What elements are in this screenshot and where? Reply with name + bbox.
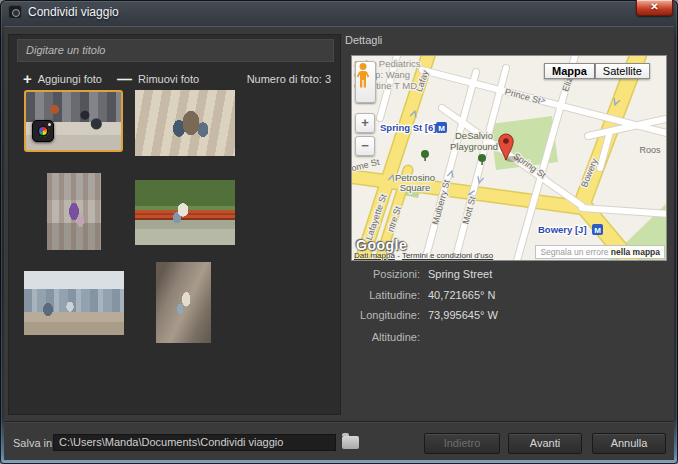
- detail-row-longitude: Longitudine:73,995645° W: [334, 309, 498, 323]
- street-label-broome: ome St: [352, 157, 381, 174]
- terms-link[interactable]: Termini e condizioni d'uso: [402, 251, 493, 260]
- close-button[interactable]: ✕: [636, 0, 673, 16]
- back-button[interactable]: Indietro: [424, 433, 500, 454]
- altitude-label: Altitudine:: [334, 331, 420, 343]
- save-in-label: Salva in:: [13, 437, 55, 449]
- plus-icon: +: [23, 69, 32, 89]
- dialog-content: Digitare un titolo + Aggiungi foto — Rim…: [4, 26, 674, 460]
- svg-text:M: M: [594, 226, 601, 235]
- zoom-out-button[interactable]: −: [355, 136, 375, 156]
- poi-desalvio-line1: DeSalvio: [455, 130, 493, 141]
- station-spring: Spring St [6] M: [380, 122, 447, 133]
- add-photo-button[interactable]: + Aggiungi foto: [23, 68, 102, 90]
- app-camera-icon: [8, 5, 22, 19]
- poi-desalvio-line2: Playground: [450, 141, 498, 152]
- remove-photo-label: Rimuovi foto: [138, 73, 199, 85]
- footer-divider: [4, 421, 674, 422]
- latitude-label: Latitudine:: [334, 289, 420, 301]
- detail-row-position: Posizioni:Spring Street: [334, 268, 492, 282]
- poi-petrosino-line2: Square: [400, 182, 431, 193]
- remove-photo-button[interactable]: — Rimuovi foto: [117, 68, 199, 90]
- minus-icon: —: [117, 69, 132, 89]
- dialog-window: Condividi viaggio ✕ Digitare un titolo +…: [0, 0, 678, 464]
- screenshot-stage: Condividi viaggio ✕ Digitare un titolo +…: [0, 0, 678, 464]
- pegman-icon: [356, 62, 370, 92]
- latitude-value: 40,721665° N: [428, 289, 495, 301]
- street-label-centre: ntre St: [385, 204, 403, 233]
- map-container[interactable]: Lafay Prince St Eliza Spring St Bowery M…: [351, 55, 667, 261]
- photo-thumbnail-2[interactable]: [135, 90, 235, 156]
- photo-thumbnail-3[interactable]: [47, 173, 101, 250]
- add-photo-label: Aggiungi foto: [38, 73, 102, 85]
- photo-count: Numero di foto: 3: [247, 73, 331, 85]
- window-title: Condividi viaggio: [28, 5, 119, 19]
- longitude-label: Longitudine:: [334, 309, 420, 321]
- position-label: Posizioni:: [334, 268, 420, 280]
- station-label-spring: Spring St [6]: [380, 122, 436, 133]
- photo-thumbnail-6[interactable]: [156, 262, 211, 343]
- detail-row-altitude: Altitudine:: [334, 331, 428, 345]
- street-label-prince: Prince St: [504, 87, 542, 106]
- map-type-satellite-button[interactable]: Satellite: [595, 63, 650, 79]
- browse-folder-icon[interactable]: [342, 436, 359, 449]
- longitude-value: 73,995645° W: [428, 309, 498, 321]
- cancel-button[interactable]: Annulla: [592, 433, 666, 454]
- map-canvas: Lafay Prince St Eliza Spring St Bowery M…: [352, 56, 666, 260]
- photo-thumbnail-5[interactable]: [24, 271, 124, 335]
- detail-row-latitude: Latitudine:40,721665° N: [334, 289, 495, 303]
- street-label-roosevelt: Roos: [639, 145, 661, 155]
- details-header: Dettagli: [345, 34, 382, 46]
- photo-thumbnail-4[interactable]: [135, 180, 235, 245]
- map-attribution: Dati mappa - Termini e condizioni d'uso: [354, 251, 493, 260]
- photo-thumbnail-1-selected[interactable]: [24, 90, 123, 152]
- station-label-bowery: Bowery [J]: [538, 224, 587, 235]
- report-map-error-link[interactable]: Segnala un errore nella mappa: [535, 245, 665, 259]
- map-zoom-control: + −: [355, 113, 375, 159]
- title-bar[interactable]: Condividi viaggio ✕: [0, 0, 678, 26]
- position-value: Spring Street: [428, 268, 492, 280]
- save-path-field[interactable]: C:\Users\Manda\Documents\Condividi viagg…: [53, 434, 336, 451]
- street-view-pegman-control[interactable]: [355, 61, 376, 103]
- zoom-in-button[interactable]: +: [355, 113, 375, 133]
- camera-badge-icon: [32, 120, 54, 142]
- map-type-toggle: Mappa Satellite: [544, 63, 650, 79]
- map-type-mappa-button[interactable]: Mappa: [544, 63, 595, 79]
- map-data-link[interactable]: Dati mappa: [354, 251, 395, 260]
- svg-text:M: M: [438, 124, 445, 133]
- photos-panel: Digitare un titolo + Aggiungi foto — Rim…: [8, 34, 341, 415]
- next-button[interactable]: Avanti: [508, 433, 582, 454]
- trip-title-input[interactable]: Digitare un titolo: [17, 39, 334, 62]
- station-bowery: Bowery [J] M: [538, 224, 603, 235]
